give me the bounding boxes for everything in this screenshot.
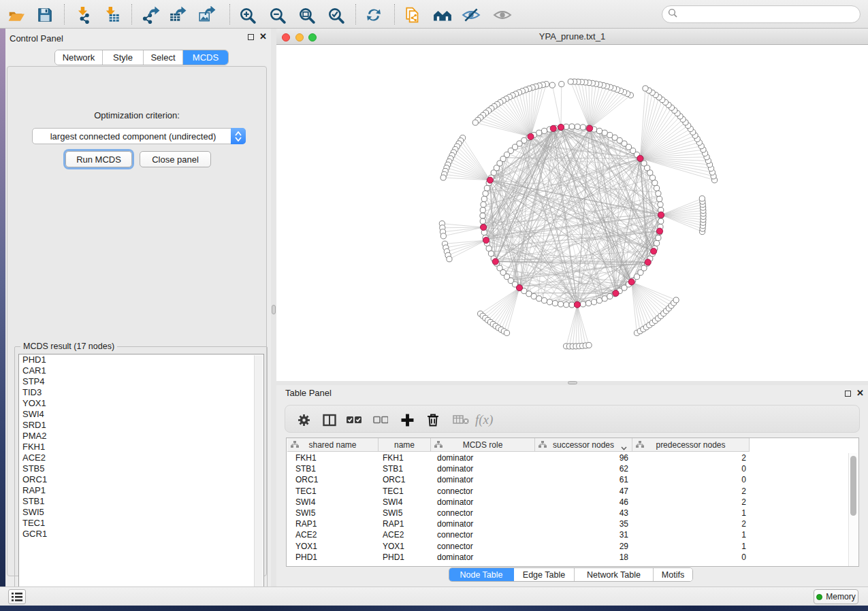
- table-cell[interactable]: 35: [535, 518, 632, 529]
- mcds-result-item[interactable]: PHD1: [19, 354, 263, 365]
- table-cell[interactable]: STB1: [379, 463, 431, 474]
- zoom-in-icon[interactable]: [238, 5, 257, 24]
- column-header-shared-name[interactable]: shared name: [287, 438, 379, 452]
- table-cell[interactable]: 1: [632, 541, 750, 552]
- float-panel-icon[interactable]: [248, 34, 254, 40]
- mcds-result-item[interactable]: PMA2: [19, 431, 263, 442]
- import-table-icon[interactable]: [103, 5, 122, 24]
- divider-grip[interactable]: [272, 305, 276, 314]
- table-cell[interactable]: dominator: [431, 463, 535, 474]
- table-cell[interactable]: connector: [431, 486, 535, 497]
- table-cell[interactable]: ACE2: [379, 529, 431, 540]
- scrollbar-thumb[interactable]: [850, 456, 856, 516]
- zoom-fit-icon[interactable]: [297, 5, 316, 24]
- table-cell[interactable]: dominator: [431, 452, 535, 463]
- table-cell[interactable]: connector: [431, 529, 535, 540]
- show-all-icon[interactable]: [493, 5, 512, 24]
- table-cell[interactable]: 2: [632, 486, 750, 497]
- vertical-split-divider[interactable]: [271, 29, 276, 587]
- first-neighbors-icon[interactable]: [433, 5, 452, 24]
- table-cell[interactable]: FKH1: [379, 452, 431, 463]
- network-canvas[interactable]: [276, 45, 868, 381]
- table-cell[interactable]: ACE2: [287, 529, 379, 540]
- open-file-icon[interactable]: [7, 5, 26, 24]
- table-cell[interactable]: YOX1: [379, 541, 431, 552]
- table-cell[interactable]: 31: [535, 529, 632, 540]
- mcds-result-list[interactable]: PHD1CAR1STP4TID3YOX1SWI4SRD1PMA2FKH1ACE2…: [18, 354, 264, 595]
- task-history-button[interactable]: [8, 589, 26, 604]
- export-image-icon[interactable]: [197, 5, 216, 24]
- mcds-result-item[interactable]: STP4: [19, 376, 263, 387]
- table-cell[interactable]: 46: [535, 497, 632, 508]
- columns-icon[interactable]: [321, 411, 338, 429]
- tab-network[interactable]: Network: [55, 50, 103, 65]
- tab-motifs[interactable]: Motifs: [654, 568, 692, 581]
- table-cell[interactable]: SWI5: [287, 508, 379, 518]
- save-session-icon[interactable]: [35, 5, 54, 24]
- table-cell[interactable]: 29: [535, 541, 632, 552]
- optimization-criterion-select[interactable]: largest connected component (undirected): [32, 128, 246, 144]
- mcds-result-item[interactable]: STB5: [19, 463, 263, 474]
- column-header-MCDS-role[interactable]: MCDS role: [431, 438, 535, 452]
- table-cell[interactable]: TEC1: [379, 486, 431, 497]
- zoom-out-icon[interactable]: [268, 5, 287, 24]
- table-cell[interactable]: 0: [632, 463, 750, 474]
- float-panel-icon[interactable]: [845, 391, 851, 397]
- table-cell[interactable]: 47: [535, 486, 632, 497]
- mcds-result-item[interactable]: SWI5: [19, 507, 263, 518]
- table-cell[interactable]: 2: [632, 452, 750, 463]
- run-mcds-button[interactable]: Run MCDS: [65, 151, 132, 167]
- table-cell[interactable]: ORC1: [379, 474, 431, 485]
- export-table-icon[interactable]: [168, 5, 187, 24]
- table-cell[interactable]: SWI4: [287, 497, 379, 508]
- tab-select[interactable]: Select: [144, 50, 183, 65]
- import-network-icon[interactable]: [74, 5, 93, 24]
- table-cell[interactable]: ORC1: [287, 474, 379, 485]
- tab-node-table[interactable]: Node Table: [449, 568, 514, 581]
- table-cell[interactable]: RAP1: [379, 518, 431, 529]
- select-all-icon[interactable]: [345, 411, 363, 429]
- refresh-icon[interactable]: [364, 5, 383, 24]
- delete-icon[interactable]: [424, 411, 442, 429]
- table-cell[interactable]: 2: [632, 518, 750, 529]
- deselect-all-icon[interactable]: [372, 411, 389, 429]
- gear-icon[interactable]: [295, 411, 312, 429]
- table-cell[interactable]: 62: [535, 463, 632, 474]
- table-cell[interactable]: dominator: [431, 497, 535, 508]
- mcds-result-item[interactable]: RAP1: [19, 485, 263, 496]
- table-cell[interactable]: connector: [431, 508, 535, 518]
- table-cell[interactable]: 0: [632, 474, 750, 485]
- mcds-result-item[interactable]: ORC1: [19, 474, 263, 485]
- add-icon[interactable]: [398, 411, 416, 429]
- export-network-icon[interactable]: [142, 5, 161, 24]
- table-cell[interactable]: STB1: [287, 463, 379, 474]
- tab-style[interactable]: Style: [103, 50, 144, 65]
- table-cell[interactable]: FKH1: [287, 452, 379, 463]
- mcds-list-scrollbar[interactable]: [254, 355, 263, 595]
- column-header-predecessor-nodes[interactable]: predecessor nodes: [632, 438, 750, 452]
- close-panel-icon[interactable]: ✕: [856, 390, 864, 397]
- mcds-result-item[interactable]: TEC1: [19, 518, 263, 529]
- copy-style-icon[interactable]: [404, 5, 423, 24]
- column-header-name[interactable]: name: [379, 438, 431, 452]
- mcds-result-item[interactable]: FKH1: [19, 442, 263, 452]
- zoom-selected-icon[interactable]: [326, 5, 345, 24]
- hide-selected-icon[interactable]: [462, 5, 481, 24]
- mcds-result-item[interactable]: CAR1: [19, 365, 263, 376]
- table-cell[interactable]: 1: [632, 508, 750, 518]
- close-panel-button[interactable]: Close panel: [140, 151, 211, 167]
- network-window-titlebar[interactable]: YPA_prune.txt_1: [276, 29, 868, 45]
- mcds-result-item[interactable]: YOX1: [19, 398, 263, 409]
- search-input[interactable]: [681, 10, 860, 20]
- table-cell[interactable]: dominator: [431, 518, 535, 529]
- mcds-result-item[interactable]: SWI4: [19, 409, 263, 420]
- table-cell[interactable]: PHD1: [287, 552, 379, 563]
- table-cell[interactable]: 96: [535, 452, 632, 463]
- mcds-result-item[interactable]: GCR1: [19, 529, 263, 540]
- table-cell[interactable]: 0: [632, 552, 750, 563]
- table-cell[interactable]: TEC1: [287, 486, 379, 497]
- table-cell[interactable]: 61: [535, 474, 632, 485]
- memory-button[interactable]: Memory: [814, 589, 858, 604]
- mcds-result-item[interactable]: SRD1: [19, 420, 263, 431]
- table-cell[interactable]: SWI5: [379, 508, 431, 518]
